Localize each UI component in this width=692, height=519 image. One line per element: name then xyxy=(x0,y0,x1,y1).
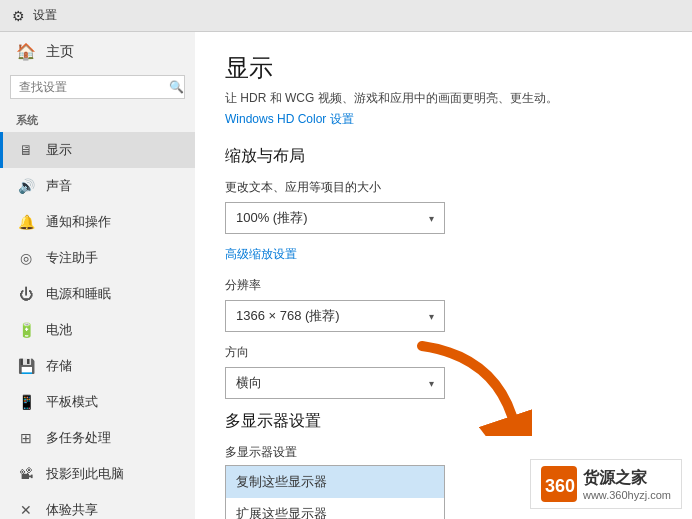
chevron-down-icon-2: ▾ xyxy=(429,311,434,322)
sidebar-item-project[interactable]: 📽 投影到此电脑 xyxy=(0,456,195,492)
orientation-dropdown[interactable]: 横向 ▾ xyxy=(225,367,445,399)
multi-display-option-0-label: 复制这些显示器 xyxy=(236,474,327,489)
sound-icon: 🔊 xyxy=(16,178,36,194)
orientation-dropdown-value: 横向 xyxy=(236,374,262,392)
sidebar-item-tablet-label: 平板模式 xyxy=(46,393,98,411)
search-box[interactable]: 🔍 xyxy=(10,75,185,99)
sidebar-item-storage[interactable]: 💾 存储 xyxy=(0,348,195,384)
sidebar-item-multitask-label: 多任务处理 xyxy=(46,429,111,447)
watermark-overlay: 360 货源之家 www.360hyzj.com xyxy=(530,459,682,509)
sidebar-item-notification[interactable]: 🔔 通知和操作 xyxy=(0,204,195,240)
sidebar-item-power[interactable]: ⏻ 电源和睡眠 xyxy=(0,276,195,312)
search-input[interactable] xyxy=(19,80,169,94)
hd-color-link[interactable]: Windows HD Color 设置 xyxy=(225,111,354,128)
tablet-icon: 📱 xyxy=(16,394,36,410)
display-icon: 🖥 xyxy=(16,142,36,158)
sidebar-item-notification-label: 通知和操作 xyxy=(46,213,111,231)
watermark-url: www.360hyzj.com xyxy=(583,489,671,501)
sidebar-item-project-label: 投影到此电脑 xyxy=(46,465,124,483)
scale-dropdown[interactable]: 100% (推荐) ▾ xyxy=(225,202,445,234)
svg-text:360: 360 xyxy=(545,476,575,496)
scale-section-title: 缩放与布局 xyxy=(225,146,662,167)
watermark-text: 货源之家 www.360hyzj.com xyxy=(583,468,671,501)
advanced-scale-link[interactable]: 高级缩放设置 xyxy=(225,246,297,263)
sidebar-item-share[interactable]: ✕ 体验共享 xyxy=(0,492,195,519)
multi-display-dropdown-options: 复制这些显示器 扩展这些显示器 仅在 1 上显示 仅在 2 上显示 xyxy=(225,465,445,519)
multitask-icon: ⊞ xyxy=(16,430,36,446)
storage-icon: 💾 xyxy=(16,358,36,374)
title-bar-label: 设置 xyxy=(33,7,57,24)
notification-icon: 🔔 xyxy=(16,214,36,230)
sidebar-item-battery[interactable]: 🔋 电池 xyxy=(0,312,195,348)
power-icon: ⏻ xyxy=(16,286,36,302)
chevron-down-icon: ▾ xyxy=(429,213,434,224)
resolution-dropdown[interactable]: 1366 × 768 (推荐) ▾ xyxy=(225,300,445,332)
sidebar-item-share-label: 体验共享 xyxy=(46,501,98,519)
scale-label: 更改文本、应用等项目的大小 xyxy=(225,179,662,196)
sidebar-home-item[interactable]: 🏠 主页 xyxy=(0,32,195,71)
sidebar-item-display-label: 显示 xyxy=(46,141,72,159)
watermark-title: 货源之家 xyxy=(583,468,671,489)
sidebar-item-focus[interactable]: ◎ 专注助手 xyxy=(0,240,195,276)
multi-display-option-0[interactable]: 复制这些显示器 xyxy=(226,466,444,498)
resolution-label: 分辨率 xyxy=(225,277,662,294)
page-subtitle: 让 HDR 和 WCG 视频、游戏和应用中的画面更明亮、更生动。 xyxy=(225,90,662,107)
home-icon: 🏠 xyxy=(16,42,36,61)
orientation-label: 方向 xyxy=(225,344,662,361)
watermark-logo: 360 xyxy=(541,466,577,502)
title-bar: ⚙ 设置 xyxy=(0,0,692,32)
sidebar-item-sound[interactable]: 🔊 声音 xyxy=(0,168,195,204)
multi-display-section-title: 多显示器设置 xyxy=(225,411,662,432)
multi-display-option-1[interactable]: 扩展这些显示器 xyxy=(226,498,444,519)
sidebar-section-label: 系统 xyxy=(0,107,195,132)
project-icon: 📽 xyxy=(16,466,36,482)
sidebar-item-tablet[interactable]: 📱 平板模式 xyxy=(0,384,195,420)
page-title: 显示 xyxy=(225,52,662,84)
sidebar-home-label: 主页 xyxy=(46,43,74,61)
multi-display-option-1-label: 扩展这些显示器 xyxy=(236,506,327,519)
content-area: 显示 让 HDR 和 WCG 视频、游戏和应用中的画面更明亮、更生动。 Wind… xyxy=(195,32,692,519)
sidebar-item-display[interactable]: 🖥 显示 xyxy=(0,132,195,168)
sidebar-item-battery-label: 电池 xyxy=(46,321,72,339)
chevron-down-icon-3: ▾ xyxy=(429,378,434,389)
focus-icon: ◎ xyxy=(16,250,36,266)
scale-dropdown-value: 100% (推荐) xyxy=(236,209,308,227)
sidebar-item-power-label: 电源和睡眠 xyxy=(46,285,111,303)
sidebar-item-storage-label: 存储 xyxy=(46,357,72,375)
resolution-dropdown-value: 1366 × 768 (推荐) xyxy=(236,307,340,325)
share-icon: ✕ xyxy=(16,502,36,518)
sidebar: 🏠 主页 🔍 系统 🖥 显示 🔊 声音 🔔 通知和操作 ◎ 专注助手 ⏻ 电源和… xyxy=(0,32,195,519)
sidebar-item-sound-label: 声音 xyxy=(46,177,72,195)
main-layout: 🏠 主页 🔍 系统 🖥 显示 🔊 声音 🔔 通知和操作 ◎ 专注助手 ⏻ 电源和… xyxy=(0,32,692,519)
search-icon: 🔍 xyxy=(169,80,184,94)
battery-icon: 🔋 xyxy=(16,322,36,338)
sidebar-item-focus-label: 专注助手 xyxy=(46,249,98,267)
sidebar-item-multitask[interactable]: ⊞ 多任务处理 xyxy=(0,420,195,456)
settings-icon: ⚙ xyxy=(12,8,25,24)
